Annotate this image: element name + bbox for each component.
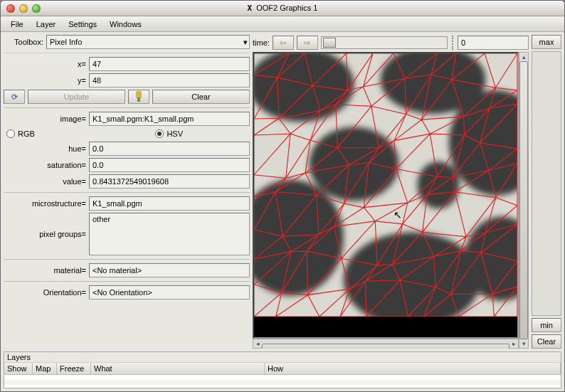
- toolbox-panel: Toolbox: Pixel Info ▾ x= 47 y= 48 ⟳: [4, 35, 250, 349]
- value-label: value=: [4, 177, 86, 186]
- titlebar[interactable]: X OOF2 Graphics 1: [1, 1, 564, 16]
- min-button[interactable]: min: [532, 318, 561, 332]
- layers-title: Layers: [4, 352, 561, 363]
- col-freeze[interactable]: Freeze: [57, 363, 91, 374]
- menu-layer[interactable]: Layer: [31, 18, 62, 30]
- material-label: material=: [4, 266, 86, 275]
- menubar: File Layer Settings Windows: [1, 16, 564, 32]
- x-field[interactable]: 47: [89, 57, 250, 71]
- v-scrollbar[interactable]: ▴ ▾: [519, 52, 529, 349]
- image-label: image=: [4, 115, 86, 123]
- chevron-down-icon: ▾: [243, 38, 248, 47]
- canvas[interactable]: ↖: [253, 52, 519, 339]
- time-prev-button[interactable]: ⇦: [273, 36, 294, 50]
- saturation-label: saturation=: [4, 161, 86, 169]
- value-field: 0.8431372549019608: [89, 174, 250, 189]
- cursor-icon: ↖: [394, 209, 402, 221]
- scroll-down-icon[interactable]: ▾: [519, 339, 528, 348]
- time-slider[interactable]: [321, 36, 448, 49]
- time-next-button[interactable]: ⇨: [297, 36, 318, 50]
- time-label: time:: [253, 38, 270, 47]
- hue-label: hue=: [4, 144, 86, 153]
- menu-windows[interactable]: Windows: [104, 18, 147, 30]
- col-how[interactable]: How: [265, 363, 561, 374]
- clear-button[interactable]: Clear: [152, 90, 250, 104]
- mesh-layer: [254, 53, 517, 317]
- y-field[interactable]: 48: [89, 73, 250, 88]
- app-window: X OOF2 Graphics 1 File Layer Settings Wi…: [0, 0, 565, 392]
- time-controls: time: ⇦ ⇨ 0: [253, 35, 529, 51]
- time-value[interactable]: 0: [458, 36, 529, 50]
- toolbox-label: Toolbox:: [4, 38, 43, 46]
- menu-settings[interactable]: Settings: [63, 18, 102, 30]
- main-row: Toolbox: Pixel Info ▾ x= 47 y= 48 ⟳: [4, 35, 561, 349]
- update-button[interactable]: Update: [28, 90, 125, 104]
- brush-icon: [133, 91, 144, 102]
- contour-clear-button[interactable]: Clear: [532, 334, 561, 349]
- x-label: x=: [4, 60, 86, 68]
- layers-body[interactable]: [4, 375, 561, 388]
- window-title: X OOF2 Graphics 1: [1, 4, 564, 13]
- saturation-field: 0.0: [89, 158, 250, 172]
- brush-button[interactable]: [128, 90, 149, 104]
- image-field: K1_small.pgm:K1_small.pgm: [89, 112, 250, 126]
- microstructure-label: microstructure=: [4, 199, 86, 208]
- y-label: y=: [4, 76, 86, 85]
- orientation-label: Orientation=: [4, 288, 86, 297]
- pixel-groups-field: other: [89, 213, 250, 255]
- orientation-field: <No Orientation>: [89, 285, 250, 300]
- rgb-radio[interactable]: RGB: [6, 129, 35, 138]
- divider: [452, 36, 453, 50]
- scroll-right-icon[interactable]: ▸: [509, 339, 518, 348]
- microstructure-field: K1_small.pgm: [89, 196, 250, 211]
- content-area: Toolbox: Pixel Info ▾ x= 47 y= 48 ⟳: [1, 32, 564, 391]
- h-scrollbar[interactable]: ◂ ▸: [253, 339, 519, 349]
- refresh-icon: ⟳: [11, 92, 18, 102]
- canvas-panel: time: ⇦ ⇨ 0: [253, 35, 529, 349]
- max-button[interactable]: max: [532, 35, 561, 49]
- arrow-left-icon: ⇦: [280, 38, 286, 48]
- layers-panel: Layers Show Map Freeze What How: [4, 351, 561, 388]
- contour-panel: max min Clear: [532, 35, 561, 349]
- scroll-up-icon[interactable]: ▴: [519, 53, 528, 61]
- x11-icon: X: [248, 4, 253, 13]
- hue-field: 0.0: [89, 142, 250, 156]
- toolbox-select[interactable]: Pixel Info ▾: [46, 35, 250, 49]
- refresh-button[interactable]: ⟳: [4, 90, 25, 104]
- menu-file[interactable]: File: [5, 18, 29, 30]
- col-show[interactable]: Show: [4, 363, 33, 374]
- layers-header: Show Map Freeze What How: [4, 363, 561, 375]
- hsv-radio[interactable]: HSV: [155, 129, 183, 138]
- material-field: <No material>: [89, 263, 250, 277]
- scroll-left-icon[interactable]: ◂: [253, 339, 262, 348]
- arrow-right-icon: ⇨: [304, 38, 310, 48]
- col-what[interactable]: What: [91, 363, 265, 374]
- colorbar: [532, 51, 561, 316]
- col-map[interactable]: Map: [33, 363, 57, 374]
- pixel-groups-label: pixel groups=: [4, 213, 86, 238]
- slider-thumb[interactable]: [323, 38, 336, 48]
